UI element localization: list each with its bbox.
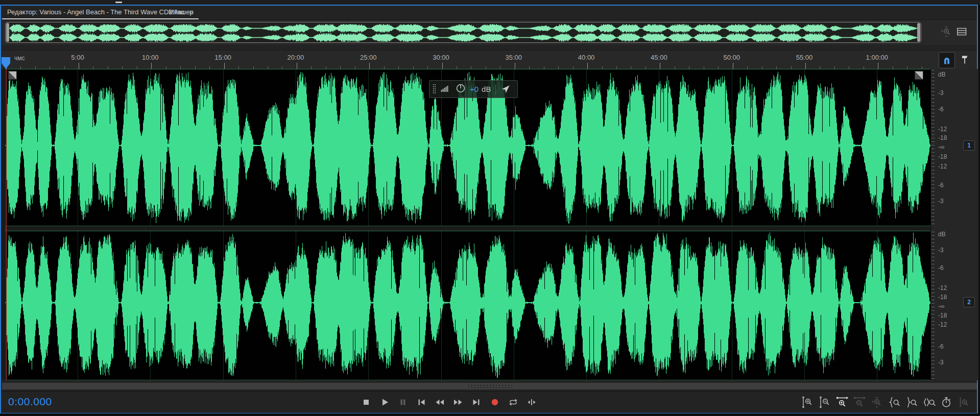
loop-playback-icon: [507, 396, 519, 408]
volume-hud[interactable]: +0 dB: [429, 80, 518, 98]
marker-pin-button[interactable]: [958, 53, 971, 66]
ruler-time-label: 10:00: [129, 54, 172, 61]
move-playhead-button[interactable]: [524, 395, 539, 409]
skip-to-end-icon: [470, 396, 483, 408]
zoom-toolbar: [800, 395, 971, 409]
record-icon: [489, 396, 501, 408]
bottom-toolbar: 0:00.000: [1, 391, 977, 413]
db-scale-label: -12: [938, 284, 947, 291]
pause-button[interactable]: [395, 395, 410, 409]
zoom-in-point-icon: [888, 396, 901, 409]
hud-gain-value[interactable]: +0: [470, 85, 479, 93]
db-scale-label: -∞: [938, 303, 945, 310]
zoom-out-vertical-icon: [818, 396, 831, 409]
db-scale-label: -12: [938, 126, 947, 133]
db-scale-label: dB: [938, 231, 946, 238]
ruler-time-label: 55:00: [783, 54, 826, 61]
zoom-selection-button[interactable]: [922, 395, 936, 409]
ruler-time-label: 40:00: [565, 54, 608, 61]
db-scale-label: -18: [938, 153, 947, 160]
zoom-full-icon: [957, 396, 970, 409]
volume-knob-icon[interactable]: [455, 82, 467, 96]
stop-button[interactable]: [358, 395, 373, 409]
loop-playback-button[interactable]: [506, 395, 520, 409]
zoom-reset-button[interactable]: [870, 395, 884, 409]
zoom-in-vertical-button[interactable]: [800, 395, 815, 409]
volume-bars-icon: [439, 82, 451, 96]
db-scale-label: -18: [938, 293, 947, 301]
overview-waveform-canvas[interactable]: [9, 23, 918, 43]
db-scale-label: -12: [938, 321, 947, 328]
zoom-out-horizontal-button[interactable]: [852, 395, 867, 409]
play-button[interactable]: [377, 395, 392, 409]
rewind-button[interactable]: [432, 395, 447, 409]
timer-icon: [940, 396, 953, 409]
db-scale-label: -6: [938, 106, 944, 113]
rewind-icon: [434, 396, 446, 408]
db-scale-label: -18: [938, 312, 947, 319]
ruler-time-label: 50:00: [710, 54, 753, 61]
overview-row: [1, 20, 977, 45]
overview-range-selector[interactable]: [5, 22, 921, 43]
skip-to-start-button[interactable]: [414, 395, 428, 409]
zoom-in-horizontal-icon: [835, 396, 849, 409]
db-scale-label: -6: [938, 182, 944, 189]
tab-mixer[interactable]: Микшер: [163, 6, 199, 18]
snap-toggle-button[interactable]: [939, 52, 955, 68]
panel-grip[interactable]: [115, 2, 122, 3]
record-button[interactable]: [487, 395, 502, 409]
zoom-full-button[interactable]: [957, 395, 971, 409]
tab-editor-label: Редактор: Various - Angel Beach - The Th…: [7, 8, 184, 16]
panel-divider-strip: [0, 0, 980, 5]
waveform-list-icon[interactable]: [955, 25, 968, 38]
ruler-time-label: 45:00: [637, 54, 680, 61]
play-icon: [378, 396, 391, 408]
zoom-out-point-icon: [905, 396, 918, 409]
overview-right-handle[interactable]: [917, 23, 920, 42]
hud-drag-handle[interactable]: [433, 84, 436, 94]
ruler-unit-label: чмс: [14, 55, 25, 62]
ruler-time-label: 15:00: [202, 54, 245, 61]
db-scale-label: dB: [938, 71, 946, 78]
overview-left-handle[interactable]: [6, 23, 9, 42]
ruler-time-label: 30:00: [420, 54, 463, 61]
ruler-time-label: 35:00: [492, 54, 535, 61]
time-ruler[interactable]: чмс 5:0010:0015:0020:0025:0030:0035:0040…: [1, 50, 977, 69]
zoom-reset-icon[interactable]: [940, 25, 953, 38]
zoom-selection-icon: [922, 396, 936, 409]
ruler-ticks: [2, 62, 927, 69]
hud-divider: [495, 84, 496, 94]
db-scale-label: -12: [938, 163, 947, 170]
timer-button[interactable]: [939, 395, 953, 409]
pause-icon: [397, 396, 409, 408]
db-scale-label: -3: [938, 198, 944, 205]
channel-2-badge[interactable]: 2: [963, 297, 975, 307]
ruler-time-label: 1:00:00: [855, 54, 898, 61]
ruler-time-label: 25:00: [347, 54, 390, 61]
skip-to-end-button[interactable]: [469, 395, 484, 409]
current-time-display[interactable]: 0:00.000: [8, 396, 52, 408]
zoom-in-horizontal-button[interactable]: [835, 395, 849, 409]
zoom-reset-icon: [870, 396, 883, 409]
scrollbar-grip[interactable]: [467, 384, 512, 388]
skip-to-start-icon: [415, 396, 427, 408]
hud-pin-icon[interactable]: [500, 82, 513, 96]
fast-forward-button[interactable]: [450, 395, 465, 409]
main-waveform-canvas[interactable]: [5, 69, 930, 380]
horizontal-scrollbar[interactable]: [2, 383, 977, 389]
db-scale-column[interactable]: dB-3-6-12-18-∞-18-12-6-3 dB-3-6-12-18-∞-…: [930, 69, 978, 380]
zoom-in-point-button[interactable]: [887, 395, 901, 409]
db-scale-label: -6: [938, 264, 944, 272]
db-scale-label: -3: [938, 89, 944, 96]
channel-1-badge[interactable]: 1: [963, 140, 975, 151]
db-scale-label: -18: [938, 134, 947, 141]
stop-icon: [360, 396, 372, 408]
fast-forward-icon: [452, 396, 464, 408]
fade-in-handle[interactable]: [8, 71, 17, 80]
zoom-out-point-button[interactable]: [904, 395, 919, 409]
audio-editor-window: { "colors":{ "accent":"#2a7cd6","wave":"…: [0, 0, 980, 416]
fade-out-handle[interactable]: [915, 71, 923, 80]
ruler-time-label: 20:00: [274, 54, 317, 61]
zoom-out-vertical-button[interactable]: [818, 395, 832, 409]
move-playhead-icon: [525, 396, 538, 408]
